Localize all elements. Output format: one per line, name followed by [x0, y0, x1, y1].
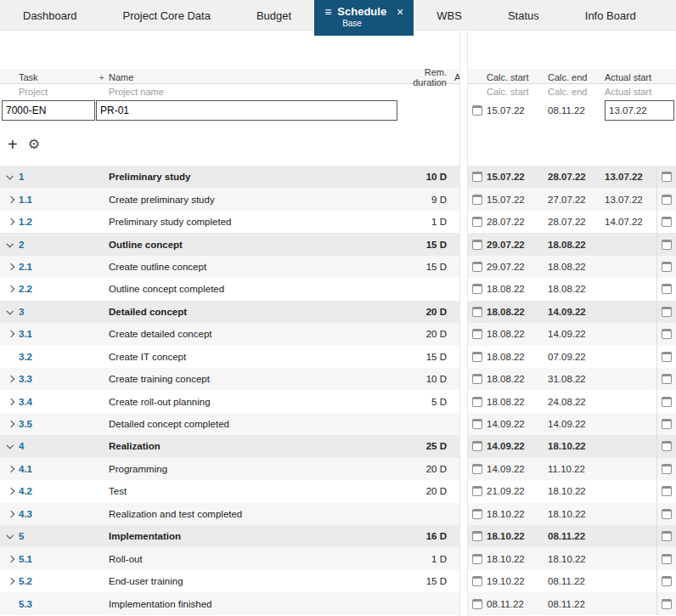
task-name: Implementation finished [109, 599, 396, 609]
calc-start-value: 29.07.22 [487, 262, 548, 272]
calendar-icon[interactable] [662, 172, 672, 182]
tab[interactable]: Budget [234, 0, 314, 22]
calendar-icon[interactable] [472, 172, 482, 182]
calendar-icon[interactable] [662, 554, 672, 564]
calendar-icon[interactable] [472, 509, 482, 519]
task-row[interactable]: 3 Detailed concept 20 D 18.08.22 14.09.2… [0, 301, 676, 323]
column-name: Name [109, 72, 396, 82]
calc-start-value: 15.07.22 [487, 172, 548, 182]
calendar-icon[interactable] [662, 441, 672, 451]
calendar-icon[interactable] [662, 599, 672, 609]
task-row[interactable]: 4.3 Realization and test completed 18.10… [0, 503, 676, 525]
row-chevron-icon[interactable] [6, 443, 13, 449]
calendar-icon[interactable] [662, 329, 672, 339]
tab[interactable]: Project Core Data [100, 0, 234, 22]
calendar-icon[interactable] [472, 217, 482, 227]
tab-active[interactable]: ≡ Schedule × Base [314, 0, 414, 36]
task-row[interactable]: 4.1 Programming 20 D 14.09.22 11.10.22 [0, 458, 676, 480]
row-chevron-icon[interactable] [6, 532, 13, 539]
close-icon[interactable]: × [397, 6, 403, 18]
calendar-icon[interactable] [662, 240, 672, 250]
calendar-icon[interactable] [472, 329, 482, 339]
task-row[interactable]: 3.3 Create training concept 10 D 18.08.2… [0, 368, 676, 390]
tab[interactable]: Status [485, 0, 562, 22]
calendar-icon[interactable] [472, 441, 482, 451]
task-row[interactable]: 5.3 Implementation finished 08.11.22 08.… [0, 592, 676, 614]
task-row[interactable]: 1.1 Create preliminary study 9 D 15.07.2… [0, 188, 676, 210]
add-task-button[interactable]: + [8, 136, 18, 153]
calc-end-value: 31.08.22 [548, 374, 605, 384]
row-chevron-icon[interactable] [8, 285, 14, 292]
row-chevron-icon[interactable] [8, 488, 14, 494]
calendar-icon[interactable] [662, 486, 672, 496]
task-row[interactable]: 1 Preliminary study 10 D 15.07.22 28.07.… [0, 166, 676, 188]
calendar-icon[interactable] [662, 262, 672, 272]
task-row[interactable]: 3.2 Create IT concept 15 D 18.08.22 07.0… [0, 346, 676, 368]
calendar-icon[interactable] [472, 464, 482, 474]
calendar-icon[interactable] [472, 419, 482, 429]
calendar-icon[interactable] [472, 397, 482, 407]
row-chevron-icon[interactable] [8, 466, 14, 472]
task-row[interactable]: 1.2 Preliminary study completed 1 D 28.0… [0, 211, 676, 233]
calendar-icon[interactable] [472, 105, 482, 116]
row-chevron-icon[interactable] [6, 172, 13, 179]
calendar-icon[interactable] [662, 509, 672, 519]
tab[interactable]: Dashboard [0, 0, 100, 22]
calendar-icon[interactable] [662, 195, 672, 205]
calendar-icon[interactable] [662, 397, 672, 407]
row-chevron-icon[interactable] [8, 376, 14, 382]
task-row[interactable]: 4 Realization 25 D 14.09.22 18.10.22 [0, 435, 676, 457]
calendar-icon[interactable] [662, 374, 672, 384]
menu-icon[interactable]: ≡ [324, 6, 331, 18]
calendar-icon[interactable] [662, 217, 672, 227]
pane-divider-line [459, 31, 460, 616]
add-column-icon[interactable]: + [99, 72, 104, 82]
task-row[interactable]: 5.1 Roll-out 1 D 18.10.22 18.10.22 [0, 547, 676, 569]
calendar-icon[interactable] [472, 531, 482, 541]
project-name-input[interactable] [96, 100, 397, 121]
calendar-icon[interactable] [662, 464, 672, 474]
task-row[interactable]: 2.2 Outline concept completed 18.08.22 1… [0, 278, 676, 300]
project-id-input[interactable] [2, 100, 95, 121]
tab[interactable]: Info Board [562, 0, 659, 22]
task-row[interactable]: 5.2 End-user training 15 D 19.10.22 08.1… [0, 570, 676, 592]
task-row[interactable]: 3.5 Detailed concept completed 14.09.22 … [0, 413, 676, 435]
calendar-icon[interactable] [662, 307, 672, 317]
row-chevron-icon[interactable] [8, 578, 14, 585]
calendar-icon[interactable] [472, 554, 482, 564]
calendar-icon[interactable] [472, 195, 482, 205]
settings-gear-button[interactable]: ⚙ [28, 138, 40, 151]
calendar-icon[interactable] [472, 352, 482, 362]
tab[interactable]: WBS [414, 0, 485, 22]
calendar-icon[interactable] [472, 486, 482, 496]
calendar-icon[interactable] [662, 576, 672, 586]
row-chevron-icon[interactable] [8, 398, 14, 404]
calendar-icon[interactable] [472, 240, 482, 250]
row-chevron-icon[interactable] [8, 421, 14, 427]
row-chevron-icon[interactable] [6, 240, 13, 247]
task-row[interactable]: 4.2 Test 20 D 21.09.22 18.10.22 [0, 480, 676, 502]
row-chevron-icon[interactable] [8, 331, 14, 337]
row-chevron-icon[interactable] [8, 555, 14, 562]
task-row[interactable]: 5 Implementation 16 D 18.10.22 08.11.22 [0, 525, 676, 547]
calendar-icon[interactable] [662, 284, 672, 294]
calendar-icon[interactable] [662, 352, 672, 362]
calendar-icon[interactable] [472, 307, 482, 317]
calendar-icon[interactable] [472, 284, 482, 294]
project-actual-start-input[interactable]: 13.07.22 [605, 100, 674, 121]
task-row[interactable]: 3.1 Create detailed concept 20 D 18.08.2… [0, 323, 676, 345]
calendar-icon[interactable] [472, 262, 482, 272]
row-chevron-icon[interactable] [6, 308, 13, 314]
calendar-icon[interactable] [472, 576, 482, 586]
calendar-icon[interactable] [472, 374, 482, 384]
row-chevron-icon[interactable] [8, 511, 14, 517]
task-row[interactable]: 2.1 Create outline concept 15 D 29.07.22… [0, 256, 676, 278]
task-row[interactable]: 2 Outline concept 15 D 29.07.22 18.08.22 [0, 233, 676, 255]
task-row[interactable]: 3.4 Create roll-out planning 5 D 18.08.2… [0, 390, 676, 412]
calendar-icon[interactable] [662, 531, 672, 541]
calendar-icon[interactable] [472, 599, 482, 609]
row-chevron-icon[interactable] [8, 263, 14, 270]
row-chevron-icon[interactable] [8, 218, 14, 225]
row-chevron-icon[interactable] [8, 195, 14, 202]
calendar-icon[interactable] [662, 419, 672, 429]
